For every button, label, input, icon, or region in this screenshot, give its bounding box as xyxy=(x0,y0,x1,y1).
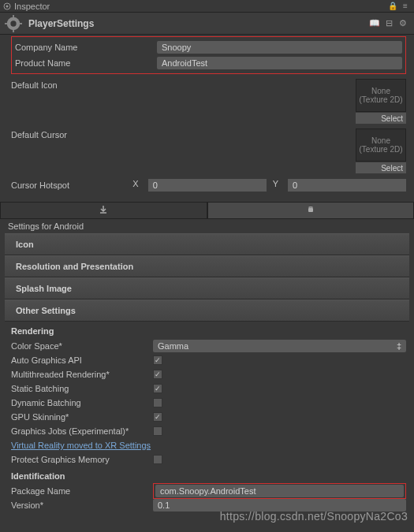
settings-for-label: Settings for Android xyxy=(0,219,414,233)
company-name-input[interactable] xyxy=(157,41,402,54)
cursor-hotspot-label: Cursor Hotspot xyxy=(11,180,132,190)
section-splash[interactable]: Splash Image xyxy=(5,277,409,299)
section-resolution[interactable]: Resolution and Presentation xyxy=(5,255,409,277)
download-icon xyxy=(99,205,108,217)
tab-standalone[interactable] xyxy=(0,202,207,219)
default-icon-select-button[interactable]: Select xyxy=(356,113,406,124)
svg-rect-7 xyxy=(19,23,22,24)
svg-point-1 xyxy=(6,5,9,7)
vr-xr-link[interactable]: Virtual Reality moved to XR Settings xyxy=(11,441,151,450)
preset-icon[interactable]: ⊟ xyxy=(382,17,395,30)
rendering-title: Rendering xyxy=(0,322,414,337)
product-name-label: Product Name xyxy=(15,58,157,68)
section-icon[interactable]: Icon xyxy=(5,233,409,255)
default-icon-label: Default Icon xyxy=(11,79,153,90)
color-space-dropdown[interactable]: Gamma ‡ xyxy=(153,340,406,352)
help-icon[interactable]: 📖 xyxy=(368,17,381,30)
auto-graphics-label: Auto Graphics API xyxy=(11,355,153,365)
platform-tabs xyxy=(0,202,414,219)
static-batching-label: Static Batching xyxy=(11,384,153,393)
page-title: PlayerSettings xyxy=(28,18,368,29)
gpu-skinning-label: GPU Skinning* xyxy=(11,412,153,422)
hotspot-x-label: X xyxy=(132,179,138,192)
default-icon-thumb[interactable]: None (Texture 2D) xyxy=(356,79,406,112)
dynamic-batching-label: Dynamic Batching xyxy=(11,398,153,407)
tab-android[interactable] xyxy=(207,202,415,219)
settings-icon[interactable]: ⚙ xyxy=(397,17,409,30)
graphics-jobs-label: Graphics Jobs (Experimental)* xyxy=(11,426,153,436)
svg-rect-8 xyxy=(308,208,313,212)
static-batching-checkbox[interactable]: ✓ xyxy=(153,384,162,393)
menu-icon[interactable]: ≡ xyxy=(400,1,411,12)
default-cursor-label: Default Cursor xyxy=(11,128,153,140)
auto-graphics-checkbox[interactable]: ✓ xyxy=(153,355,162,365)
default-cursor-select-button[interactable]: Select xyxy=(356,162,406,173)
watermark-text: https://blog.csdn.net/SnoopyNa2Co3 xyxy=(220,510,408,523)
section-other[interactable]: Other Settings xyxy=(5,299,409,322)
window-tab-title[interactable]: Inspector xyxy=(14,2,50,11)
gpu-skinning-checkbox[interactable]: ✓ xyxy=(153,412,162,422)
default-cursor-thumb[interactable]: None (Texture 2D) xyxy=(356,128,406,162)
color-space-value: Gamma xyxy=(158,341,188,351)
window-tab-bar: Inspector 🔒 ≡ xyxy=(0,0,414,13)
svg-rect-5 xyxy=(13,29,14,32)
highlight-box-package xyxy=(153,483,406,499)
multithreaded-checkbox[interactable]: ✓ xyxy=(153,370,162,379)
version-label: Version* xyxy=(11,500,153,510)
product-name-input[interactable] xyxy=(157,57,402,69)
svg-point-3 xyxy=(10,20,16,26)
package-name-input[interactable] xyxy=(155,485,404,497)
identification-title: Identification xyxy=(0,467,414,482)
android-icon xyxy=(306,205,315,217)
highlight-box-names: Company Name Product Name xyxy=(11,36,406,74)
graphics-jobs-checkbox[interactable] xyxy=(153,426,162,436)
svg-rect-6 xyxy=(5,23,8,24)
player-settings-header: PlayerSettings 📖 ⊟ ⚙ xyxy=(0,13,414,35)
inspector-icon xyxy=(3,2,11,10)
color-space-label: Color Space* xyxy=(11,341,153,351)
lock-icon[interactable]: 🔒 xyxy=(387,1,398,12)
chevron-updown-icon: ‡ xyxy=(397,341,401,351)
hotspot-y-label: Y xyxy=(273,179,278,192)
window-menu-icons: 🔒 ≡ xyxy=(387,1,411,12)
hotspot-y-input[interactable] xyxy=(288,179,406,192)
svg-rect-4 xyxy=(13,15,14,18)
company-name-label: Company Name xyxy=(15,43,157,52)
protect-memory-checkbox[interactable] xyxy=(153,455,162,464)
dynamic-batching-checkbox[interactable] xyxy=(153,398,162,407)
multithreaded-label: Multithreaded Rendering* xyxy=(11,370,153,379)
gear-icon xyxy=(5,15,22,32)
hotspot-x-input[interactable] xyxy=(148,179,267,192)
package-name-label: Package Name xyxy=(11,486,153,496)
protect-memory-label: Protect Graphics Memory xyxy=(11,455,153,464)
